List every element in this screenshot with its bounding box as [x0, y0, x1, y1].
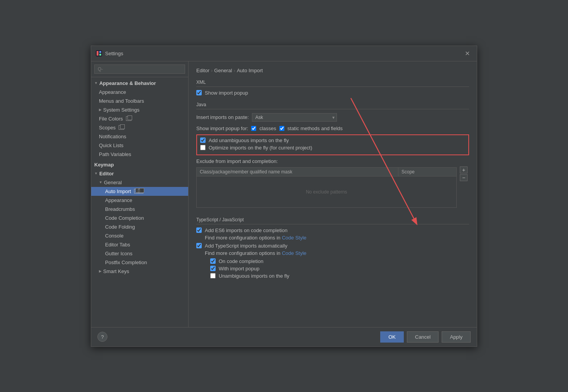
- sidebar-item-scopes[interactable]: Scopes: [91, 123, 188, 132]
- add-pattern-button[interactable]: +: [460, 166, 468, 173]
- table-body: No exclude patterns: [197, 176, 456, 207]
- show-popup-label: Show import popup for:: [196, 126, 248, 131]
- sidebar: ▼ Appearance & Behavior Appearance Menus…: [91, 61, 189, 327]
- sidebar-item-breadcrumbs[interactable]: Breadcrumbs: [91, 205, 188, 214]
- static-methods-checkbox[interactable]: [279, 126, 284, 131]
- sidebar-item-general[interactable]: ▼ General: [91, 178, 188, 187]
- search-input[interactable]: [94, 64, 185, 74]
- show-import-popup-row: Show import popup: [196, 90, 469, 96]
- exclude-table-wrapper: Class/package/member qualified name mask…: [196, 166, 469, 211]
- apply-button[interactable]: Apply: [442, 331, 471, 343]
- insert-imports-dropdown[interactable]: Ask Always Never: [252, 113, 337, 122]
- sidebar-item-file-colors[interactable]: File Colors: [91, 114, 188, 123]
- unambiguous-checkbox[interactable]: [210, 273, 216, 278]
- typescript-section: TypeScript / JavaScript Add ES6 imports …: [196, 217, 469, 279]
- help-area: ?: [97, 331, 377, 343]
- with-import-popup-label: With import popup: [219, 266, 260, 272]
- breadcrumb: Editor › General › Auto Import: [196, 68, 469, 73]
- table-buttons: + −: [458, 166, 469, 211]
- code-style-link-2[interactable]: Code Style: [282, 250, 306, 256]
- add-ts-label: Add TypeScript imports automatically: [205, 243, 287, 249]
- svg-rect-2: [99, 51, 101, 53]
- content-area: ▼ Appearance & Behavior Appearance Menus…: [91, 61, 477, 327]
- sidebar-item-code-folding[interactable]: Code Folding: [91, 222, 188, 231]
- find-more-2-row: Find more configuration options in Code …: [196, 250, 469, 256]
- highlighted-options-box: Add unambiguous imports on the fly Optim…: [196, 134, 469, 155]
- sidebar-item-postfix-completion[interactable]: Postfix Completion: [91, 258, 188, 267]
- add-es6-row: Add ES6 imports on code completion: [196, 227, 469, 233]
- find-more-1-row: Find more configuration options in Code …: [196, 235, 469, 241]
- sidebar-item-notifications[interactable]: Notifications: [91, 132, 188, 141]
- sidebar-item-console[interactable]: Console: [91, 231, 188, 240]
- sidebar-item-system-settings[interactable]: ▶ System Settings: [91, 105, 188, 114]
- insert-imports-dropdown-wrapper: Ask Always Never ▼: [252, 113, 337, 122]
- find-more-2-text: Find more configuration options in: [205, 250, 281, 256]
- sidebar-item-quick-lists[interactable]: Quick Lists: [91, 141, 188, 150]
- with-import-popup-row: With import popup: [196, 266, 469, 272]
- classes-label: classes: [259, 126, 276, 131]
- show-popup-for-row: Show import popup for: classes static me…: [196, 125, 469, 132]
- sidebar-item-appearance-behavior[interactable]: ▼ Appearance & Behavior: [91, 79, 188, 88]
- add-unambiguous-label: Add unambiguous imports on the fly: [209, 137, 289, 143]
- show-import-popup-label: Show import popup: [205, 90, 248, 96]
- triangle-icon-2: ▶: [99, 108, 102, 112]
- close-button[interactable]: ✕: [463, 49, 472, 58]
- dialog-footer: ? OK Cancel Apply: [91, 327, 477, 346]
- insert-imports-label: Insert imports on paste:: [196, 114, 249, 120]
- sidebar-item-menus-toolbars[interactable]: Menus and Toolbars: [91, 97, 188, 105]
- copy-icon: [126, 116, 131, 121]
- add-ts-checkbox[interactable]: [196, 243, 202, 248]
- table-header: Class/package/member qualified name mask…: [197, 168, 456, 176]
- title-bar-left: Settings: [96, 50, 123, 56]
- add-unambiguous-checkbox[interactable]: [200, 137, 206, 143]
- sidebar-item-keymap[interactable]: Keymap: [91, 160, 188, 169]
- optimize-imports-row: Optimize imports on the fly (for current…: [200, 145, 465, 151]
- sidebar-item-path-variables[interactable]: Path Variables: [91, 150, 188, 159]
- col-scope-header: Scope: [398, 168, 445, 176]
- find-more-1-text: Find more configuration options in: [205, 235, 281, 241]
- cancel-button[interactable]: Cancel: [407, 331, 439, 343]
- code-style-link-1[interactable]: Code Style: [282, 235, 306, 241]
- copy-icon-2: [119, 125, 124, 130]
- on-code-completion-checkbox[interactable]: [210, 258, 216, 264]
- classes-checkbox[interactable]: [251, 126, 256, 131]
- sidebar-item-auto-import[interactable]: Auto Import: [91, 187, 188, 196]
- settings-dialog: Settings ✕ ▼ Appearance & Behavior Appea…: [91, 46, 477, 347]
- show-import-popup-checkbox[interactable]: [196, 90, 202, 95]
- dialog-title: Settings: [105, 51, 123, 56]
- xml-section: XML Show import popup: [196, 80, 469, 96]
- optimize-imports-checkbox[interactable]: [200, 145, 206, 150]
- triangle-icon-5: ▶: [99, 269, 102, 273]
- with-import-popup-checkbox[interactable]: [210, 266, 216, 271]
- add-es6-checkbox[interactable]: [196, 227, 202, 233]
- add-ts-row: Add TypeScript imports automatically: [196, 243, 469, 249]
- help-button[interactable]: ?: [97, 332, 107, 342]
- ok-button[interactable]: OK: [380, 331, 404, 343]
- nav-tree: ▼ Appearance & Behavior Appearance Menus…: [91, 77, 188, 327]
- no-patterns-text: No exclude patterns: [306, 189, 347, 195]
- add-es6-label: Add ES6 imports on code completion: [205, 227, 287, 233]
- on-code-completion-label: On code completion: [219, 258, 264, 264]
- svg-rect-1: [97, 51, 99, 56]
- remove-pattern-button[interactable]: −: [460, 174, 468, 181]
- sidebar-item-code-completion[interactable]: Code Completion: [91, 214, 188, 222]
- sidebar-item-appearance[interactable]: Appearance: [91, 88, 188, 97]
- title-bar: Settings ✕: [91, 46, 477, 61]
- triangle-icon: ▼: [94, 81, 98, 85]
- java-section-title: Java: [196, 102, 469, 109]
- triangle-icon-3: ▼: [94, 171, 98, 175]
- sidebar-item-smart-keys[interactable]: ▶ Smart Keys: [91, 267, 188, 276]
- sidebar-item-editor-tabs[interactable]: Editor Tabs: [91, 240, 188, 249]
- app-icon: [96, 50, 102, 56]
- exclude-label: Exclude from import and completion:: [196, 158, 469, 164]
- xml-section-title: XML: [196, 80, 469, 87]
- optimize-imports-label: Optimize imports on the fly (for current…: [209, 145, 312, 151]
- java-section: Java Insert imports on paste: Ask Always…: [196, 102, 469, 211]
- sidebar-item-gutter-icons[interactable]: Gutter Icons: [91, 249, 188, 258]
- add-unambiguous-row: Add unambiguous imports on the fly: [200, 137, 465, 143]
- main-content: Editor › General › Auto Import XML Show …: [189, 61, 477, 327]
- col-name-header: Class/package/member qualified name mask: [197, 168, 398, 176]
- sidebar-item-appearance2[interactable]: Appearance: [91, 196, 188, 205]
- svg-rect-3: [99, 54, 101, 56]
- sidebar-item-editor[interactable]: ▼ Editor: [91, 169, 188, 178]
